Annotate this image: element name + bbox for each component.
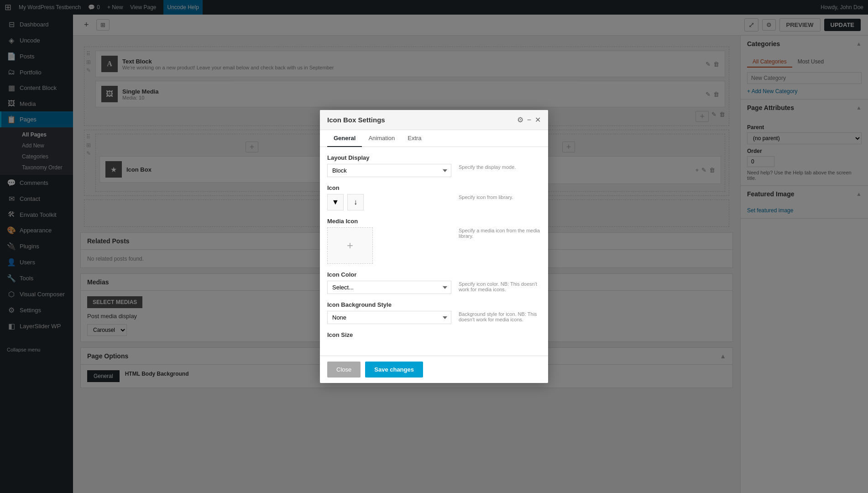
media-icon-wrap: Media Icon + bbox=[327, 218, 451, 264]
icon-down-button[interactable]: ↓ bbox=[347, 194, 364, 210]
icon-color-hint: Specify icon color. NB: This doesn't wor… bbox=[459, 271, 541, 292]
icon-color-wrap: Icon Color Select... Red Blue bbox=[327, 271, 451, 294]
icon-wrap: Icon ▼ ↓ bbox=[327, 184, 451, 210]
modal-settings-icon[interactable]: ⚙ bbox=[517, 115, 523, 124]
icon-bg-row: Icon Background Style None Circle Square… bbox=[327, 301, 541, 324]
modal-close-button[interactable]: Close bbox=[327, 362, 361, 378]
modal-tab-animation[interactable]: Animation bbox=[362, 130, 401, 147]
icon-size-row: Icon Size bbox=[327, 331, 541, 341]
media-icon-hint: Specify a media icon from the media libr… bbox=[459, 218, 541, 239]
icon-size-label: Icon Size bbox=[327, 331, 541, 338]
icon-color-label: Icon Color bbox=[327, 271, 451, 278]
modal-overlay: Icon Box Settings ⚙ − ✕ General Animatio… bbox=[0, 0, 868, 493]
media-icon-row: Media Icon + Specify a media icon from t… bbox=[327, 218, 541, 264]
modal-tabs: General Animation Extra bbox=[320, 130, 548, 147]
modal-title: Icon Box Settings bbox=[327, 116, 385, 124]
icon-color-select[interactable]: Select... Red Blue bbox=[327, 281, 451, 294]
modal-tab-general[interactable]: General bbox=[327, 130, 362, 147]
modal-save-button[interactable]: Save changes bbox=[365, 362, 423, 378]
icon-picker: ▼ ↓ bbox=[327, 194, 451, 210]
modal-close-icon[interactable]: ✕ bbox=[535, 115, 541, 124]
icon-bg-hint: Background style for icon. NB: This does… bbox=[459, 301, 541, 322]
modal-tab-extra[interactable]: Extra bbox=[401, 130, 428, 147]
icon-bg-wrap: Icon Background Style None Circle Square bbox=[327, 301, 451, 324]
modal-body: Layout Display Block Inline Specify the … bbox=[320, 147, 548, 356]
modal-minimize-icon[interactable]: − bbox=[527, 116, 531, 124]
media-icon-label: Media Icon bbox=[327, 218, 451, 225]
modal-header: Icon Box Settings ⚙ − ✕ bbox=[320, 110, 548, 130]
media-icon-plus-icon: + bbox=[347, 239, 353, 252]
icon-filter-button[interactable]: ▼ bbox=[327, 194, 344, 210]
icon-label: Icon bbox=[327, 184, 451, 191]
layout-display-label: Layout Display bbox=[327, 154, 451, 161]
layout-display-wrap: Layout Display Block Inline bbox=[327, 154, 451, 177]
layout-display-select[interactable]: Block Inline bbox=[327, 164, 451, 177]
icon-color-row: Icon Color Select... Red Blue Specify ic… bbox=[327, 271, 541, 294]
icon-row: Icon ▼ ↓ Specify icon from library. bbox=[327, 184, 541, 210]
icon-hint: Specify icon from library. bbox=[459, 184, 541, 200]
icon-bg-label: Icon Background Style bbox=[327, 301, 451, 308]
layout-display-hint: Specify the display mode. bbox=[459, 154, 541, 170]
layout-display-row: Layout Display Block Inline Specify the … bbox=[327, 154, 541, 177]
icon-size-wrap: Icon Size bbox=[327, 331, 541, 341]
modal-footer: Close Save changes bbox=[320, 356, 548, 383]
modal-header-actions: ⚙ − ✕ bbox=[517, 115, 541, 124]
media-icon-box[interactable]: + bbox=[327, 227, 373, 264]
icon-bg-select[interactable]: None Circle Square bbox=[327, 311, 451, 324]
icon-box-settings-modal: Icon Box Settings ⚙ − ✕ General Animatio… bbox=[320, 110, 548, 383]
